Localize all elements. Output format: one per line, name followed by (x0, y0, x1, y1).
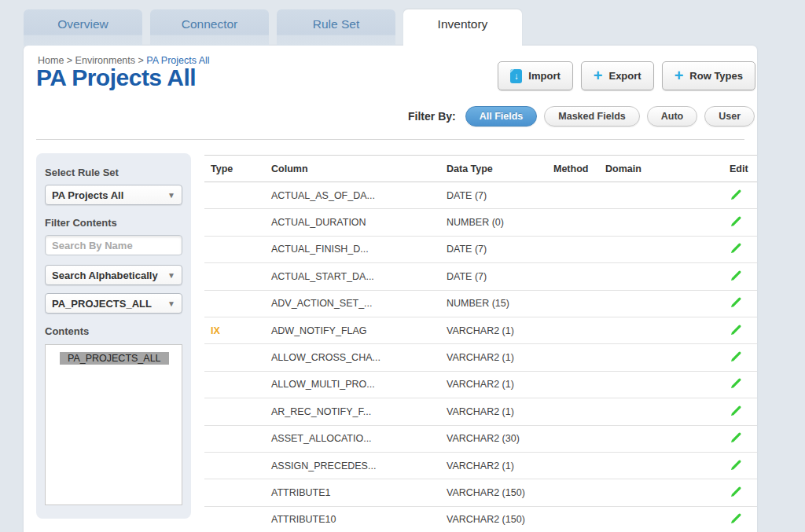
edit-cell (730, 241, 743, 257)
edit-pencil-icon[interactable] (730, 323, 743, 336)
sort-select[interactable]: Search Alphabetically ▼ (45, 265, 182, 285)
edit-cell (730, 350, 743, 365)
table-row: IXADW_NOTIFY_FLAGVARCHAR2 (1) (204, 317, 757, 344)
contents-label: Contents (45, 325, 182, 337)
edit-cell (730, 188, 743, 204)
edit-cell (730, 323, 743, 339)
filter-by-label: Filter By: (408, 110, 456, 123)
table-body: ACTUAL_AS_OF_DA...DATE (7)ACTUAL_DURATIO… (204, 182, 757, 532)
data-type-cell: DATE (7) (447, 271, 553, 282)
button-label: Row Types (689, 70, 743, 82)
row-types-button[interactable]: +Row Types (662, 61, 755, 90)
column-header-method: Method (553, 163, 605, 174)
export-button[interactable]: +Export (581, 61, 654, 90)
filter-bar: Filter By: All FieldsMasked FieldsAutoUs… (408, 106, 755, 127)
rule-set-select-value: PA Projects All (52, 189, 123, 201)
edit-cell (730, 269, 743, 284)
edit-pencil-icon[interactable] (730, 269, 743, 282)
contents-item[interactable]: PA_PROJECTS_ALL (60, 352, 169, 365)
filter-pill-all-fields[interactable]: All Fields (465, 106, 538, 127)
chevron-down-icon: ▼ (167, 191, 175, 200)
table-row: ACTUAL_DURATIONNUMBER (0) (204, 209, 757, 236)
column-header-column: Column (271, 163, 447, 174)
contents-listbox: PA_PROJECTS_ALL (45, 344, 182, 505)
tab-inventory[interactable]: Inventory (403, 9, 522, 46)
table-row: ACTUAL_AS_OF_DA...DATE (7) (204, 182, 757, 209)
data-type-cell: DATE (7) (447, 244, 553, 255)
plus-icon: + (594, 68, 603, 83)
edit-pencil-icon[interactable] (730, 512, 743, 525)
table-select[interactable]: PA_PROJECTS_ALL ▼ (45, 293, 182, 314)
import-download-icon: ↓ (510, 69, 522, 83)
chevron-down-icon: ▼ (167, 271, 175, 280)
data-type-cell: VARCHAR2 (1) (447, 379, 553, 390)
plus-icon: + (675, 68, 684, 83)
table-row: ATTRIBUTE1VARCHAR2 (150) (204, 479, 757, 506)
column-cell: ALLOW_CROSS_CHA... (271, 352, 447, 363)
column-cell: ACTUAL_START_DA... (271, 271, 447, 282)
data-type-cell: VARCHAR2 (1) (447, 325, 553, 336)
edit-cell (730, 512, 743, 527)
column-cell: ACTUAL_DURATION (271, 217, 447, 228)
column-header-type: Type (211, 163, 271, 174)
select-rule-set-label: Select Rule Set (45, 167, 182, 178)
edit-cell (730, 295, 743, 311)
header-divider (36, 139, 744, 140)
edit-pencil-icon[interactable] (730, 350, 743, 363)
column-cell: ADW_NOTIFY_FLAG (271, 325, 447, 336)
filter-pill-masked-fields[interactable]: Masked Fields (544, 106, 639, 127)
data-type-cell: NUMBER (0) (447, 217, 553, 228)
column-cell: ASSIGN_PRECEDES... (271, 460, 447, 471)
column-cell: ADV_ACTION_SET_... (271, 298, 447, 309)
table-row: ACTUAL_FINISH_D...DATE (7) (204, 237, 757, 263)
column-header-data-type: Data Type (447, 163, 553, 174)
table-row: ASSIGN_PRECEDES...VARCHAR2 (1) (204, 453, 757, 479)
table-row: AR_REC_NOTIFY_F...VARCHAR2 (1) (204, 398, 757, 425)
table-row: ACTUAL_START_DA...DATE (7) (204, 263, 757, 290)
filter-contents-label: Filter Contents (45, 217, 182, 229)
edit-cell (730, 485, 743, 501)
filter-pill-auto[interactable]: Auto (647, 106, 697, 127)
inventory-panel: Home > Environments > PA Projects All PA… (24, 46, 757, 532)
edit-pencil-icon[interactable] (730, 188, 743, 201)
filter-pill-user[interactable]: User (704, 106, 755, 127)
table-row: ASSET_ALLOCATIO...VARCHAR2 (30) (204, 426, 757, 453)
data-type-cell: DATE (7) (447, 190, 553, 201)
button-label: Import (528, 70, 560, 82)
edit-cell (730, 215, 743, 230)
edit-pencil-icon[interactable] (730, 376, 743, 390)
table-row: ALLOW_CROSS_CHA...VARCHAR2 (1) (204, 344, 757, 371)
tab-rule-set[interactable]: Rule Set (277, 9, 395, 46)
column-header-domain: Domain (605, 163, 730, 174)
edit-cell (730, 404, 743, 420)
column-cell: ATTRIBUTE10 (271, 514, 447, 525)
edit-pencil-icon[interactable] (730, 404, 743, 417)
search-by-name-input[interactable] (45, 235, 182, 255)
chevron-down-icon: ▼ (167, 299, 175, 308)
tab-overview[interactable]: Overview (24, 9, 142, 46)
edit-pencil-icon[interactable] (730, 431, 743, 444)
data-type-cell: VARCHAR2 (150) (447, 514, 553, 525)
edit-pencil-icon[interactable] (730, 458, 743, 471)
rule-set-select[interactable]: PA Projects All ▼ (45, 185, 182, 205)
edit-pencil-icon[interactable] (730, 485, 743, 498)
table-header-row: TypeColumnData TypeMethodDomainEdit (204, 155, 757, 182)
tab-bar: OverviewConnectorRule SetInventory (24, 9, 522, 46)
page-title: PA Projects All (36, 64, 196, 91)
inventory-table: TypeColumnData TypeMethodDomainEdit ACTU… (204, 155, 757, 532)
import-button[interactable]: ↓Import (498, 61, 572, 90)
edit-pencil-icon[interactable] (730, 215, 743, 228)
sort-select-value: Search Alphabetically (52, 270, 158, 281)
data-type-cell: VARCHAR2 (30) (447, 433, 553, 444)
edit-cell (730, 431, 743, 446)
filter-pills: All FieldsMasked FieldsAutoUser (465, 106, 755, 127)
data-type-cell: VARCHAR2 (1) (447, 406, 553, 417)
column-cell: ACTUAL_AS_OF_DA... (271, 190, 447, 201)
tab-connector[interactable]: Connector (150, 9, 269, 46)
table-row: ALLOW_MULTI_PRO...VARCHAR2 (1) (204, 372, 757, 398)
action-buttons: ↓Import+Export+Row Types (498, 61, 755, 90)
column-cell: ATTRIBUTE1 (271, 487, 447, 498)
edit-pencil-icon[interactable] (730, 241, 743, 255)
column-cell: ALLOW_MULTI_PRO... (271, 379, 447, 390)
edit-pencil-icon[interactable] (730, 295, 743, 309)
